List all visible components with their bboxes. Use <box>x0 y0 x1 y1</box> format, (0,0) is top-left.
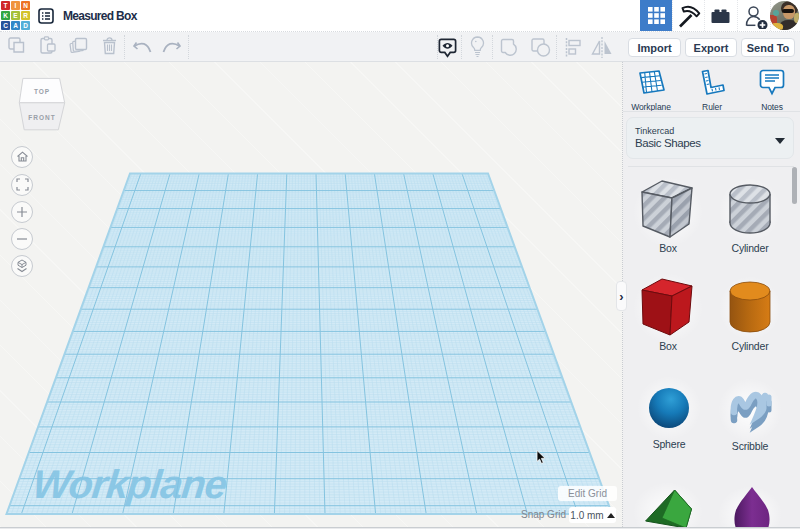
svg-text:TOP: TOP <box>34 88 50 95</box>
svg-text:FRONT: FRONT <box>28 114 55 121</box>
